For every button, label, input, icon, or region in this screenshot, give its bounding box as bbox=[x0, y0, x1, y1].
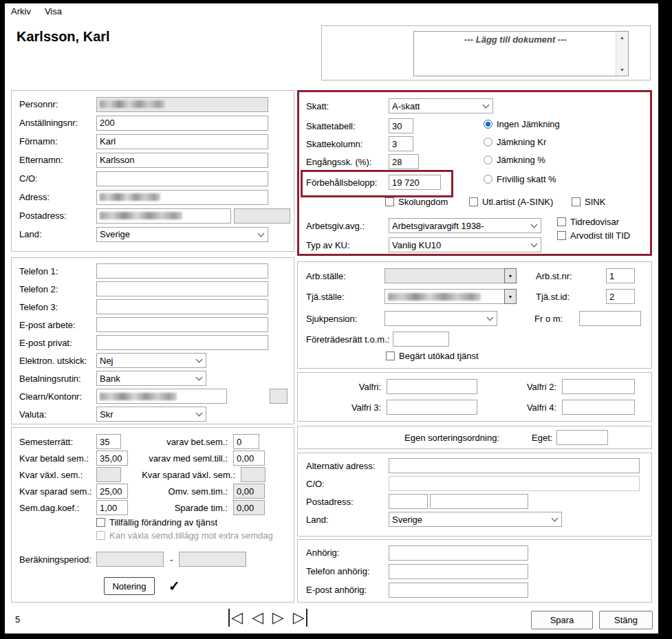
foretradesratt-field[interactable] bbox=[393, 332, 449, 347]
alt-co-label: C/O: bbox=[306, 479, 389, 489]
kvar-sparad-vaxl-field[interactable] bbox=[241, 467, 265, 482]
anhorig-field[interactable] bbox=[389, 545, 528, 561]
epost-arbete-field[interactable] bbox=[96, 317, 268, 332]
postadress-field[interactable] bbox=[96, 208, 231, 224]
arbetsgivaravgift-label: Arbetsgiv.avg.: bbox=[306, 221, 389, 231]
arb-stalle-dropdown-button[interactable]: ▼ bbox=[504, 268, 517, 283]
tja-stalle-dropdown-button[interactable]: ▼ bbox=[504, 289, 517, 304]
notering-button[interactable]: Notering bbox=[104, 577, 155, 595]
checkbox-skolungdom[interactable]: Skolungdom bbox=[385, 197, 448, 207]
alt-postort-field[interactable] bbox=[430, 494, 528, 509]
co-field[interactable] bbox=[96, 171, 268, 186]
valuta-select[interactable]: Skr bbox=[96, 407, 206, 422]
clearn-kontonr-field[interactable] bbox=[96, 389, 227, 404]
add-document-item[interactable]: --- Lägg till dokument --- bbox=[414, 32, 628, 45]
arb-st-nr-field[interactable]: 1 bbox=[606, 268, 635, 283]
elektron-utskick-select[interactable]: Nej bbox=[96, 353, 206, 368]
nav-next-button[interactable]: ▷ bbox=[272, 609, 284, 627]
clearn-extra-field[interactable] bbox=[270, 389, 288, 404]
personnr-field[interactable] bbox=[96, 97, 268, 112]
omv-sem-tim-field[interactable]: 0,00 bbox=[233, 484, 265, 499]
semesterratt-field[interactable]: 35 bbox=[96, 434, 121, 449]
berakningsperiod-to-field[interactable] bbox=[179, 552, 246, 567]
land-select[interactable]: Sverige bbox=[96, 227, 268, 242]
sem-dag-koef-label: Sem.dag.koef.: bbox=[19, 503, 96, 513]
postadress-extra-field[interactable] bbox=[234, 208, 290, 224]
telefon2-field[interactable] bbox=[96, 281, 268, 296]
arb-stalle-field[interactable] bbox=[384, 268, 504, 283]
radio-frivillig-skatt[interactable]: Frivillig skatt % bbox=[484, 174, 556, 184]
scroll-down-icon[interactable]: ▼ bbox=[617, 65, 627, 75]
radio-ingen-jamkning[interactable]: Ingen Jämkning bbox=[484, 119, 560, 129]
varav-med-seml-field[interactable]: 0,00 bbox=[233, 451, 265, 466]
sjukpension-select[interactable] bbox=[384, 311, 497, 326]
alt-adress-field[interactable] bbox=[389, 458, 640, 473]
fr-o-m-field[interactable] bbox=[579, 311, 641, 326]
epost-privat-field[interactable] bbox=[96, 335, 268, 350]
epost-anhorig-field[interactable] bbox=[389, 583, 528, 598]
stang-button[interactable]: Stäng bbox=[599, 611, 653, 629]
berakningsperiod-from-field[interactable] bbox=[96, 552, 164, 567]
document-list[interactable]: --- Lägg till dokument --- ▲ ▼ bbox=[413, 31, 629, 76]
scroll-up-icon[interactable]: ▲ bbox=[617, 32, 627, 43]
valfri-4-field[interactable] bbox=[562, 400, 635, 415]
sem-dag-koef-field[interactable]: 1,00 bbox=[96, 500, 128, 515]
spara-button[interactable]: Spara bbox=[531, 611, 593, 629]
tidredovisar-label: Tidredovisar bbox=[570, 217, 619, 227]
efternamn-field[interactable]: Karlsson bbox=[96, 153, 268, 168]
kvar-vaxl-sem-label: Kvar växl. sem.: bbox=[19, 470, 96, 480]
menu-arkiv[interactable]: Arkiv bbox=[11, 6, 31, 17]
adress-label: Adress: bbox=[19, 192, 96, 202]
telefon3-field[interactable] bbox=[96, 299, 268, 314]
radio-jamkning-kr[interactable]: Jämkning Kr bbox=[484, 137, 546, 147]
tja-stalle-field[interactable] bbox=[384, 289, 504, 304]
tja-st-id-field[interactable]: 2 bbox=[606, 289, 635, 304]
nav-first-button[interactable]: ◁ bbox=[228, 609, 243, 627]
anstallningsnr-label: Anställningsnr: bbox=[19, 118, 96, 128]
menu-visa[interactable]: Visa bbox=[45, 6, 62, 17]
alt-adress-group: Alternativ adress: C/O: Postadress: Land… bbox=[297, 453, 652, 537]
valfri-2-field[interactable] bbox=[562, 379, 635, 394]
alt-adress-label: Alternativ adress: bbox=[306, 461, 389, 471]
nav-prev-button[interactable]: ◁ bbox=[252, 609, 263, 627]
checkbox-tillfallig-forandring[interactable]: Tillfällig förändring av tjänst bbox=[96, 516, 294, 529]
skatt-select[interactable]: A-skatt bbox=[389, 98, 493, 113]
alt-postnr-field[interactable] bbox=[389, 494, 428, 509]
forbehallsbelopp-field[interactable]: 19 720 bbox=[389, 175, 441, 190]
telefon1-field[interactable] bbox=[96, 263, 268, 279]
valfri-1-field[interactable] bbox=[387, 379, 477, 394]
sparade-tim-field[interactable]: 0,00 bbox=[233, 500, 265, 515]
checkbox-sink[interactable]: SINK bbox=[572, 197, 605, 207]
skatt-label: Skatt: bbox=[306, 101, 389, 111]
telefon-anhorig-field[interactable] bbox=[389, 564, 528, 579]
eget-field[interactable] bbox=[556, 430, 608, 445]
checkbox-begart-utokad[interactable]: Begärt utökad tjänst bbox=[386, 351, 479, 361]
checkbox-utl-artist[interactable]: Utl.artist (A-SINK) bbox=[469, 197, 553, 207]
checkbox-arvodist[interactable]: Arvodist till TID bbox=[557, 230, 630, 241]
skattekolumn-field[interactable]: 3 bbox=[389, 136, 413, 151]
fornamn-field[interactable]: Karl bbox=[96, 134, 268, 149]
radio-jamkning-procent[interactable]: Jämkning % bbox=[484, 155, 545, 165]
kvar-vaxl-sem-field[interactable] bbox=[96, 467, 121, 482]
skattetabell-field[interactable]: 30 bbox=[389, 118, 413, 133]
alt-land-select[interactable]: Sverige bbox=[389, 512, 562, 527]
typ-av-ku-select[interactable]: Vanlig KU10 bbox=[389, 237, 541, 252]
kvar-sparad-vaxl-label: Kvar sparad växl. sem.: bbox=[121, 470, 241, 480]
adress-field[interactable] bbox=[96, 190, 268, 205]
kvar-betald-sem-field[interactable]: 35,00 bbox=[96, 451, 128, 466]
epost-anhorig-label: E-post anhörig: bbox=[306, 585, 389, 595]
valfri1-label: Valfri: bbox=[298, 382, 387, 392]
checkbox-tidredovisar[interactable]: Tidredovisar bbox=[557, 217, 619, 227]
alt-co-field[interactable] bbox=[389, 476, 640, 491]
engangsskatt-field[interactable]: 28 bbox=[389, 154, 419, 169]
kvar-sparad-sem-field[interactable]: 25,00 bbox=[96, 484, 128, 499]
betalningsrutin-select[interactable]: Bank bbox=[96, 371, 206, 386]
nav-last-button[interactable]: ▷ bbox=[293, 609, 307, 627]
arbetsgivaravgift-select[interactable]: Arbetsgivaravgift 1938- bbox=[389, 218, 541, 233]
anstallningsnr-field[interactable]: 200 bbox=[96, 116, 268, 131]
checkbox-kan-vaxla[interactable]: Kan växla semd.tillägg mot extra semdag bbox=[96, 529, 294, 542]
valfri-3-field[interactable] bbox=[387, 400, 477, 415]
document-scrollbar[interactable]: ▲ ▼ bbox=[616, 32, 628, 76]
varav-bet-sem-field[interactable]: 0 bbox=[233, 434, 259, 449]
engangsskatt-label: Engångssk. (%): bbox=[306, 157, 389, 167]
